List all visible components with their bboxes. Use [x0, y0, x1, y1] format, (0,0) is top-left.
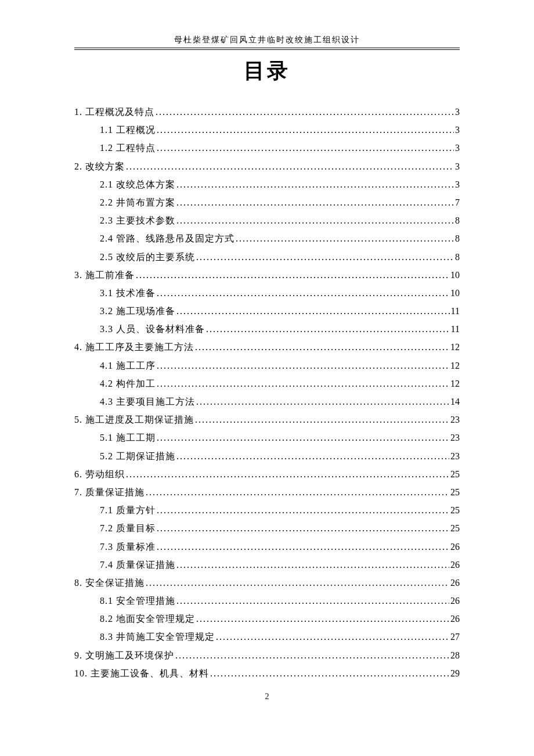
toc-leader-dots	[175, 592, 449, 610]
toc-entry-page: 3	[454, 175, 460, 193]
toc-entry-page: 27	[449, 628, 460, 646]
toc-entry-label: 2. 改绞方案	[74, 157, 125, 175]
toc-entry: 9. 文明施工及环境保护28	[74, 646, 460, 664]
toc-entry: 8.1 安全管理措施26	[74, 592, 460, 610]
toc-entry: 2.4 管路、线路悬吊及固定方式8	[74, 229, 460, 247]
toc-leader-dots	[145, 483, 449, 501]
toc-entry-page: 3	[454, 139, 460, 157]
toc-leader-dots	[205, 320, 450, 338]
toc-entry-page: 8	[454, 229, 460, 247]
toc-entry-label: 7.4 质量保证措施	[74, 556, 175, 574]
toc-entry-page: 26	[449, 574, 460, 592]
toc-entry-page: 26	[449, 556, 460, 574]
toc-entry-label: 8.3 井筒施工安全管理规定	[74, 628, 215, 646]
toc-entry: 7. 质量保证措施25	[74, 483, 460, 501]
toc-entry-page: 25	[449, 519, 460, 537]
toc-entry-page: 23	[449, 429, 460, 447]
toc-leader-dots	[215, 628, 449, 646]
toc-leader-dots	[175, 193, 454, 211]
toc-entry-page: 8	[454, 211, 460, 229]
toc-entry-label: 5. 施工进度及工期保证措施	[74, 411, 194, 429]
toc-leader-dots	[175, 211, 454, 229]
toc-leader-dots	[175, 447, 449, 465]
page-number: 2	[0, 692, 534, 701]
toc-entry: 3.1 技术准备10	[74, 284, 460, 302]
toc-entry: 2.2 井筒布置方案7	[74, 193, 460, 211]
toc-entry: 7.2 质量目标25	[74, 519, 460, 537]
toc-entry: 6. 劳动组织25	[74, 465, 460, 483]
toc-entry-label: 10. 主要施工设备、机具、材料	[74, 664, 209, 682]
toc-leader-dots	[194, 338, 449, 356]
toc-entry-label: 3.2 施工现场准备	[74, 302, 175, 320]
toc-title: 目录	[74, 57, 460, 85]
toc-entry-page: 14	[449, 393, 460, 411]
toc-leader-dots	[156, 357, 449, 375]
toc-entry-page: 12	[449, 357, 460, 375]
toc-entry-label: 8.2 地面安全管理规定	[74, 610, 195, 628]
toc-entry: 2. 改绞方案3	[74, 157, 460, 175]
toc-entry-page: 10	[449, 266, 460, 284]
toc-entry-label: 2.3 主要技术参数	[74, 211, 175, 229]
toc-entry-page: 23	[449, 447, 460, 465]
toc-leader-dots	[145, 574, 449, 592]
toc-entry-page: 25	[449, 501, 460, 519]
toc-leader-dots	[195, 248, 454, 266]
toc-leader-dots	[156, 375, 449, 393]
toc-entry: 3.2 施工现场准备11	[74, 302, 460, 320]
toc-entry-label: 4.2 构件加工	[74, 375, 156, 393]
toc-entry-label: 3.3 人员、设备材料准备	[74, 320, 205, 338]
toc-entry-label: 3.1 技术准备	[74, 284, 156, 302]
toc-entry-page: 8	[454, 248, 460, 266]
toc-entry: 7.1 质量方针25	[74, 501, 460, 519]
toc-entry-page: 26	[449, 610, 460, 628]
toc-entry-page: 26	[449, 592, 460, 610]
toc-leader-dots	[175, 175, 454, 193]
toc-entry: 7.3 质量标准26	[74, 538, 460, 556]
toc-entry: 2.1 改绞总体方案3	[74, 175, 460, 193]
toc-entry-label: 1.2 工程特点	[74, 139, 156, 157]
toc-entry-label: 2.2 井筒布置方案	[74, 193, 175, 211]
toc-leader-dots	[175, 302, 450, 320]
toc-entry-page: 3	[454, 121, 460, 139]
toc-entry-label: 7.2 质量目标	[74, 519, 156, 537]
toc-entry-label: 2.4 管路、线路悬吊及固定方式	[74, 229, 234, 247]
toc-entry: 1.1 工程概况3	[74, 121, 460, 139]
toc-leader-dots	[174, 646, 449, 664]
toc-entry-label: 5.2 工期保证措施	[74, 447, 175, 465]
toc-leader-dots	[156, 121, 454, 139]
toc-entry: 5.2 工期保证措施23	[74, 447, 460, 465]
toc-entry: 5.1 施工工期23	[74, 429, 460, 447]
toc-entry-label: 3. 施工前准备	[74, 266, 135, 284]
toc-entry-page: 12	[449, 338, 460, 356]
toc-entry: 10. 主要施工设备、机具、材料29	[74, 664, 460, 682]
toc-entry: 8. 安全保证措施26	[74, 574, 460, 592]
toc-entry-label: 7.1 质量方针	[74, 501, 156, 519]
toc-entry-label: 1.1 工程概况	[74, 121, 156, 139]
toc-leader-dots	[154, 103, 454, 121]
toc-entry: 5. 施工进度及工期保证措施23	[74, 411, 460, 429]
table-of-contents: 1. 工程概况及特点31.1 工程概况31.2 工程特点32. 改绞方案32.1…	[74, 103, 460, 682]
toc-leader-dots	[234, 229, 454, 247]
toc-entry-label: 8.1 安全管理措施	[74, 592, 175, 610]
toc-entry-page: 11	[450, 320, 460, 338]
toc-leader-dots	[156, 284, 449, 302]
toc-entry-label: 4.3 主要项目施工方法	[74, 393, 195, 411]
toc-leader-dots	[175, 556, 449, 574]
toc-entry: 4.3 主要项目施工方法14	[74, 393, 460, 411]
header-underline	[74, 49, 460, 50]
toc-entry-page: 10	[449, 284, 460, 302]
toc-entry: 1.2 工程特点3	[74, 139, 460, 157]
toc-entry-page: 7	[454, 193, 460, 211]
toc-entry: 4.1 施工工序12	[74, 357, 460, 375]
toc-entry-page: 11	[450, 302, 460, 320]
toc-leader-dots	[195, 393, 449, 411]
toc-entry: 8.3 井筒施工安全管理规定27	[74, 628, 460, 646]
toc-entry-page: 25	[449, 465, 460, 483]
toc-entry-label: 8. 安全保证措施	[74, 574, 145, 592]
toc-entry-page: 3	[454, 103, 460, 121]
toc-entry-label: 7. 质量保证措施	[74, 483, 145, 501]
toc-leader-dots	[135, 266, 449, 284]
toc-entry-page: 25	[449, 483, 460, 501]
toc-entry: 3. 施工前准备10	[74, 266, 460, 284]
toc-entry-page: 29	[449, 664, 460, 682]
